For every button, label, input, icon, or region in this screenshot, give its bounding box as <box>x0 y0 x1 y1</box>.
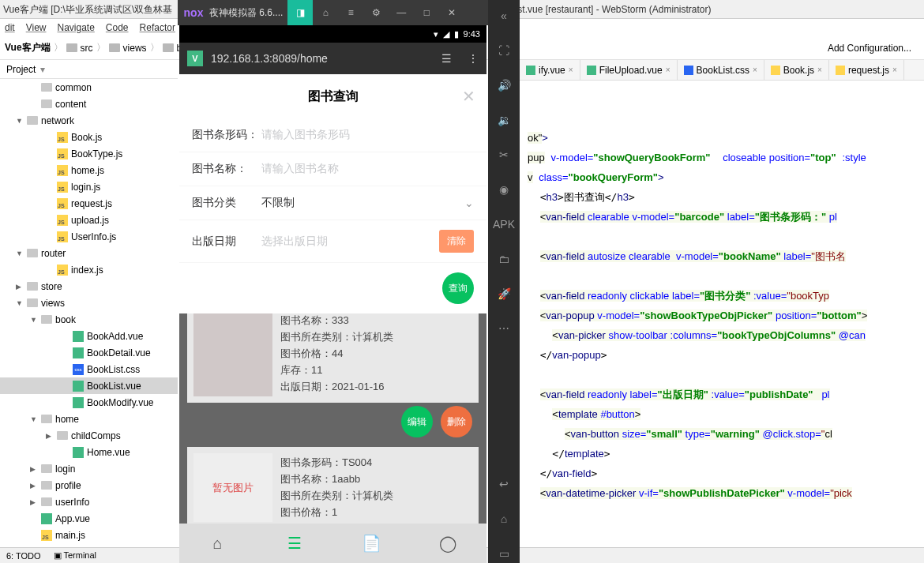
close-tab-icon[interactable]: × <box>569 66 573 74</box>
collapse-icon[interactable]: « <box>494 6 513 25</box>
folder-icon <box>41 497 52 506</box>
delete-button[interactable]: 删除 <box>441 406 472 437</box>
tab-user[interactable]: ◯ <box>410 524 486 563</box>
tree-node-BookList-vue[interactable]: BookList.vue <box>0 377 178 394</box>
breadcrumb-root[interactable]: Vue客户端 <box>5 41 51 54</box>
name-field[interactable]: 图书名称： 请输入图书名称 <box>179 152 486 186</box>
list-icon: ☰ <box>287 534 302 553</box>
dropdown-icon[interactable]: ▾ <box>40 64 45 75</box>
clear-button[interactable]: 清除 <box>439 230 474 253</box>
tree-node-profile[interactable]: ▶profile <box>0 477 178 494</box>
settings-icon[interactable]: ⚙ <box>363 0 389 25</box>
query-button[interactable]: 查询 <box>442 272 474 304</box>
tree-node-router[interactable]: ▼router <box>0 245 178 261</box>
menu-view[interactable]: View <box>26 19 47 36</box>
tree-node-main-js[interactable]: JSmain.js <box>0 527 178 543</box>
tree-node-BookModify-vue[interactable]: BookModify.vue <box>0 394 178 411</box>
fullscreen-icon[interactable]: ⛶ <box>494 41 513 60</box>
tree-node-common[interactable]: common <box>0 79 178 96</box>
tree-node-request-js[interactable]: JSrequest.js <box>0 195 178 212</box>
tree-node-upload-js[interactable]: JSupload.js <box>0 212 178 228</box>
status-terminal[interactable]: ▣ Terminal <box>54 550 96 561</box>
editor-tab[interactable]: BookList.css× <box>678 60 764 80</box>
add-configuration-button[interactable]: Add Configuration... <box>820 41 919 55</box>
menu-refactor[interactable]: Refactor <box>140 19 175 36</box>
home-nav-icon[interactable]: ⌂ <box>494 509 513 528</box>
close-tab-icon[interactable]: × <box>666 66 670 74</box>
tree-node-home[interactable]: ▼home <box>0 411 178 427</box>
date-input[interactable]: 选择出版日期 <box>261 235 439 249</box>
tab-doc[interactable]: 📄 <box>333 524 410 563</box>
tree-node-views[interactable]: ▼views <box>0 295 178 311</box>
tab-list[interactable]: ☰ <box>256 524 332 563</box>
store-icon[interactable]: ◨ <box>287 0 313 25</box>
tree-node-BookList-css[interactable]: cssBookList.css <box>0 361 178 377</box>
barcode-field[interactable]: 图书条形码： 请输入图书条形码 <box>179 118 486 152</box>
menu-icon[interactable]: ≡ <box>338 0 363 25</box>
tree-node-Home-vue[interactable]: Home.vue <box>0 444 178 460</box>
vue-icon <box>73 447 84 458</box>
volume-up-icon[interactable]: 🔊 <box>494 76 513 95</box>
js-icon: JS <box>41 530 52 541</box>
editor-tab[interactable]: request.js× <box>829 60 904 80</box>
code-editor[interactable]: ok"> pup v-model="showQueryBookForm" clo… <box>520 81 924 547</box>
tree-node-BookDetail-vue[interactable]: BookDetail.vue <box>0 344 178 361</box>
project-header[interactable]: Project ▾ <box>0 60 178 79</box>
tree-node-store[interactable]: ▶store <box>0 278 178 295</box>
breadcrumb-views[interactable]: views <box>123 43 147 54</box>
editor-tab[interactable]: ify.vue× <box>520 60 580 80</box>
apk-install-icon[interactable]: APK <box>494 215 513 234</box>
edit-button[interactable]: 编辑 <box>401 406 433 437</box>
tree-node-login-js[interactable]: JSlogin.js <box>0 178 178 195</box>
name-input[interactable]: 请输入图书名称 <box>261 162 474 176</box>
maximize-icon[interactable]: □ <box>414 0 439 25</box>
close-tab-icon[interactable]: × <box>753 66 757 74</box>
book-item[interactable]: 暂无图片 图书条形码：TS004 图书名称：1aabb 图书所在类别：计算机类 … <box>187 447 479 528</box>
minimize-icon[interactable]: — <box>389 0 414 25</box>
tree-node-book[interactable]: ▼book <box>0 311 178 328</box>
file-icon[interactable]: 🗀 <box>494 250 513 268</box>
type-field[interactable]: 图书分类 不限制 ⌄ <box>179 186 486 220</box>
menu-edit[interactable]: dit <box>5 19 15 36</box>
tree-node-App-vue[interactable]: App.vue <box>0 510 178 527</box>
tree-node-Book-js[interactable]: JSBook.js <box>0 129 178 145</box>
editor-tab[interactable]: Book.js× <box>764 60 829 80</box>
tree-node-childComps[interactable]: ▶childComps <box>0 427 178 444</box>
close-icon[interactable]: ✕ <box>462 87 475 106</box>
volume-down-icon[interactable]: 🔉 <box>494 111 513 129</box>
tabs-icon[interactable]: ☰ <box>441 52 452 65</box>
tree-node-network[interactable]: ▼network <box>0 112 178 129</box>
status-todo[interactable]: 6: TODO <box>6 551 41 561</box>
menu-code[interactable]: Code <box>106 19 129 36</box>
close-tab-icon[interactable]: × <box>817 66 822 74</box>
more-icon[interactable]: ⋯ <box>494 319 513 338</box>
project-tree[interactable]: commoncontent▼networkJSBook.jsJSBookType… <box>0 79 178 547</box>
recent-icon[interactable]: ▭ <box>494 544 513 563</box>
barcode-input[interactable]: 请输入图书条形码 <box>261 128 474 142</box>
back-icon[interactable]: ↩ <box>494 475 513 494</box>
rocket-icon[interactable]: 🚀 <box>494 284 513 303</box>
tree-node-index-js[interactable]: JSindex.js <box>0 261 178 278</box>
tree-node-home-js[interactable]: JShome.js <box>0 162 178 178</box>
date-field[interactable]: 出版日期 选择出版日期 清除 <box>179 220 486 263</box>
tree-node-userInfo[interactable]: ▶userInfo <box>0 494 178 510</box>
nox-logo: nox <box>178 6 209 19</box>
kebab-icon[interactable]: ⋮ <box>460 52 479 65</box>
js-icon: JS <box>57 182 68 193</box>
tab-home[interactable]: ⌂ <box>179 524 256 563</box>
browser-urlbar[interactable]: V 192.168.1.3:8089/home ☰ ⋮ <box>179 43 486 74</box>
record-icon[interactable]: ◉ <box>494 180 513 199</box>
tree-node-content[interactable]: content <box>0 96 178 112</box>
close-tab-icon[interactable]: × <box>892 66 897 74</box>
tree-node-BookAdd-vue[interactable]: BookAdd.vue <box>0 328 178 344</box>
home-icon[interactable]: ⌂ <box>313 0 338 25</box>
close-icon[interactable]: ✕ <box>439 0 464 25</box>
menu-navigate[interactable]: Navigate <box>57 19 94 36</box>
book-item[interactable]: 图书名称：333 图书所在类别：计算机类 图书价格：44 库存：11 出版日期：… <box>187 305 479 403</box>
tree-node-UserInfo-js[interactable]: JSUserInfo.js <box>0 228 178 245</box>
tree-node-BookType-js[interactable]: JSBookType.js <box>0 145 178 162</box>
breadcrumb-src[interactable]: src <box>81 43 93 54</box>
tree-node-login[interactable]: ▶login <box>0 460 178 477</box>
screenshot-icon[interactable]: ✂ <box>494 145 513 164</box>
editor-tab[interactable]: FileUpload.vue× <box>580 60 678 80</box>
